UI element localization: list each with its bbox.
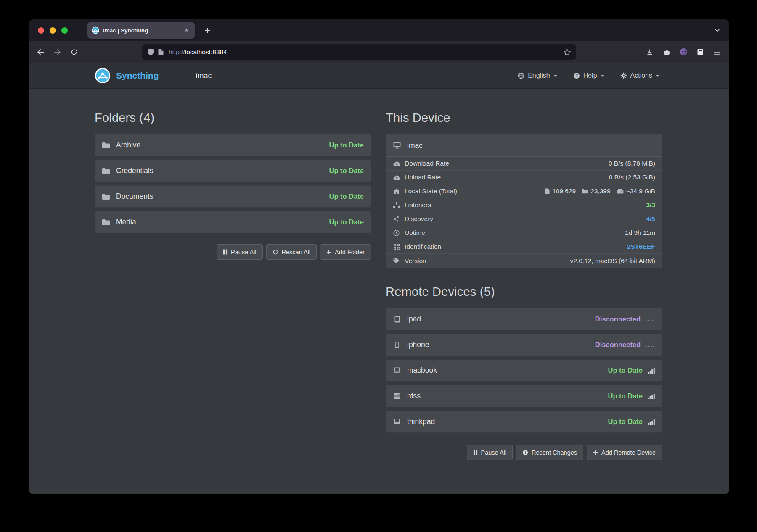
stat-label: Uptime bbox=[405, 229, 425, 237]
add-folder-button[interactable]: Add Folder bbox=[320, 244, 371, 260]
stat-value: 0 B/s (8.78 MiB) bbox=[609, 160, 655, 167]
stat-label: Upload Rate bbox=[405, 174, 441, 181]
syncthing-logo[interactable] bbox=[95, 68, 111, 84]
this-device-name: imac bbox=[407, 141, 423, 150]
folder-name: Archive bbox=[116, 141, 140, 150]
minimize-window-button[interactable] bbox=[50, 27, 56, 34]
chevron-down-icon bbox=[656, 75, 659, 77]
device-name: macbook bbox=[407, 366, 437, 375]
gear-icon bbox=[620, 72, 627, 79]
page-title: imac bbox=[196, 71, 212, 80]
server-icon bbox=[393, 393, 401, 399]
extensions-puzzle-icon[interactable] bbox=[659, 45, 674, 59]
this-device-panel: imac Download Rate 0 B/s (8.78 MiB) Uplo… bbox=[386, 134, 662, 268]
device-name: iphone bbox=[407, 340, 429, 349]
disconnected-dots-icon bbox=[646, 346, 655, 347]
browser-tab-bar: imac | Syncthing × bbox=[29, 19, 729, 41]
folder-icon bbox=[102, 193, 110, 200]
local-state-files: 109,629 bbox=[552, 187, 576, 195]
new-tab-button[interactable] bbox=[201, 24, 214, 37]
folders-actions: Pause All Rescan All Add Folder bbox=[95, 244, 371, 260]
device-row-nfss[interactable]: nfss Up to Date bbox=[386, 385, 662, 407]
close-window-button[interactable] bbox=[38, 27, 44, 34]
stat-value: 1d 9h 11m bbox=[625, 229, 655, 237]
language-menu[interactable]: English bbox=[518, 72, 557, 79]
recent-changes-button[interactable]: Recent Changes bbox=[516, 445, 583, 460]
device-status: Disconnected bbox=[595, 341, 641, 349]
downloads-icon[interactable] bbox=[643, 45, 657, 59]
cloud-download-icon bbox=[392, 161, 400, 166]
svg-text:?: ? bbox=[575, 74, 578, 78]
device-status: Up to Date bbox=[608, 418, 643, 426]
cloud-upload-icon bbox=[392, 175, 400, 180]
rescan-all-button[interactable]: Rescan All bbox=[266, 244, 317, 260]
add-remote-device-button[interactable]: Add Remote Device bbox=[587, 445, 662, 460]
stat-row-download-rate: Download Rate 0 B/s (8.78 MiB) bbox=[386, 157, 662, 171]
pause-all-folders-button[interactable]: Pause All bbox=[217, 244, 262, 260]
actions-menu-label: Actions bbox=[630, 72, 652, 79]
stat-label: Discovery bbox=[405, 215, 433, 223]
signal-bars-icon bbox=[648, 419, 655, 425]
actions-menu[interactable]: Actions bbox=[620, 72, 659, 79]
reader-view-icon[interactable] bbox=[693, 45, 707, 59]
browser-window: imac | Syncthing × http://localhost:8 bbox=[29, 19, 729, 494]
address-bar[interactable]: http://localhost:8384 bbox=[142, 44, 576, 60]
folders-heading: Folders (4) bbox=[95, 111, 371, 125]
zoom-window-button[interactable] bbox=[61, 27, 68, 34]
stat-label: Version bbox=[405, 257, 426, 265]
browser-tab[interactable]: imac | Syncthing × bbox=[87, 22, 195, 39]
folder-status: Up to Date bbox=[329, 218, 364, 226]
folder-row-credentials[interactable]: Credentials Up to Date bbox=[95, 160, 371, 182]
stat-value: 3/3 bbox=[646, 201, 655, 209]
help-menu[interactable]: ? Help bbox=[573, 72, 604, 79]
folder-row-media[interactable]: Media Up to Date bbox=[95, 211, 371, 233]
stat-value: 0 B/s (2.53 GiB) bbox=[609, 174, 655, 181]
qrcode-icon bbox=[392, 244, 400, 250]
device-row-iphone[interactable]: iphone Disconnected bbox=[386, 334, 662, 356]
stat-label: Download Rate bbox=[405, 160, 449, 167]
bookmark-star-icon[interactable] bbox=[564, 49, 571, 55]
device-row-ipad[interactable]: ipad Disconnected bbox=[386, 308, 662, 330]
stat-label: Identification bbox=[405, 243, 441, 250]
folder-icon bbox=[102, 142, 110, 149]
device-status: Disconnected bbox=[595, 315, 641, 323]
syncthing-page: Syncthing imac English ? Help bbox=[29, 63, 729, 494]
device-row-thinkpad[interactable]: thinkpad Up to Date bbox=[386, 411, 662, 433]
brand-name[interactable]: Syncthing bbox=[116, 71, 159, 81]
back-button[interactable] bbox=[33, 45, 48, 60]
chevron-down-icon bbox=[601, 75, 604, 77]
page-info-icon[interactable] bbox=[158, 49, 164, 55]
stat-row-version: Version v2.0.12, macOS (64-bit ARM) bbox=[386, 254, 662, 268]
forward-button[interactable] bbox=[50, 45, 65, 60]
stat-row-upload-rate: Upload Rate 0 B/s (2.53 GiB) bbox=[386, 171, 662, 184]
toolbar-right-icons bbox=[643, 45, 724, 59]
pause-all-devices-label: Pause All bbox=[481, 449, 506, 456]
folder-status: Up to Date bbox=[329, 192, 364, 200]
reload-button[interactable] bbox=[66, 45, 82, 60]
device-row-macbook[interactable]: macbook Up to Date bbox=[386, 359, 662, 382]
signal-bars-icon bbox=[648, 368, 655, 374]
extension-addon-icon[interactable] bbox=[676, 45, 691, 59]
rescan-all-label: Rescan All bbox=[282, 249, 311, 255]
stat-row-identification: Identification 2ST6EEF bbox=[386, 240, 662, 254]
stat-row-local-state: Local State (Total) 109,629 23,399 bbox=[386, 184, 662, 198]
tracking-protection-shield-icon[interactable] bbox=[148, 48, 154, 55]
folder-row-documents[interactable]: Documents Up to Date bbox=[95, 185, 371, 208]
help-question-icon: ? bbox=[573, 72, 580, 79]
sliders-icon bbox=[392, 216, 400, 222]
device-id-link[interactable]: 2ST6EEF bbox=[627, 243, 655, 250]
stat-row-discovery: Discovery 4/5 bbox=[386, 212, 662, 226]
this-device-heading: This Device bbox=[386, 111, 662, 125]
folder-row-archive[interactable]: Archive Up to Date bbox=[95, 134, 371, 156]
refresh-icon bbox=[273, 249, 278, 255]
this-device-header[interactable]: imac bbox=[386, 134, 662, 157]
folder-name: Credentials bbox=[116, 166, 154, 175]
pause-all-devices-button[interactable]: Pause All bbox=[467, 445, 513, 460]
disconnected-dots-icon bbox=[646, 320, 655, 321]
list-all-tabs-chevron-icon[interactable] bbox=[715, 29, 720, 32]
tab-close-icon[interactable]: × bbox=[183, 26, 191, 34]
url-host: localhost:8384 bbox=[185, 48, 227, 55]
menu-hamburger-icon[interactable] bbox=[710, 45, 724, 59]
main-content: Folders (4) Archive Up to Date Credentia… bbox=[29, 88, 729, 494]
home-icon bbox=[392, 188, 400, 194]
